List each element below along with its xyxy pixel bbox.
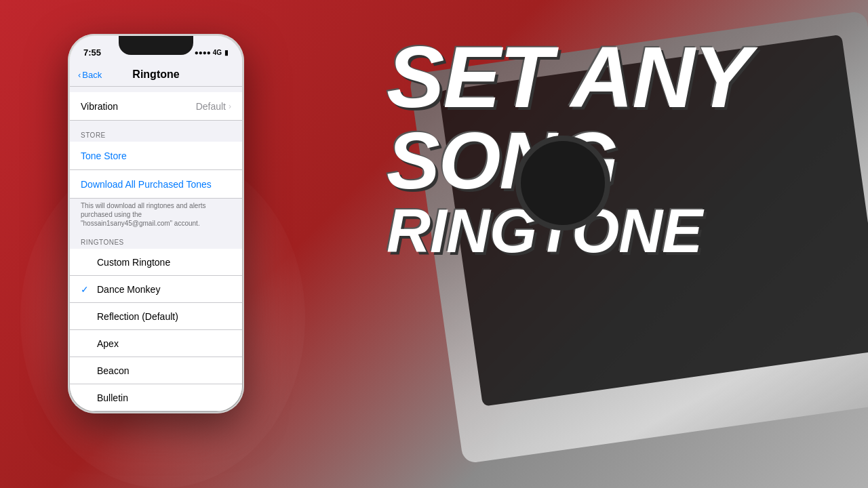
circle-decoration xyxy=(515,136,610,230)
ringtone-row[interactable]: Beacon xyxy=(70,357,242,384)
back-chevron-icon: ‹ xyxy=(78,70,81,80)
ringtone-check-icon: ✓ xyxy=(81,284,94,295)
ringtone-list: Custom Ringtone✓Dance MonkeyReflection (… xyxy=(70,249,242,411)
back-label: Back xyxy=(82,70,102,80)
vibration-label: Vibration xyxy=(81,101,196,112)
ringtone-row[interactable]: Bulletin xyxy=(70,384,242,411)
ringtone-row[interactable]: Custom Ringtone xyxy=(70,249,242,276)
phone-notch xyxy=(119,36,193,55)
signal-icon: ●●●● 4G xyxy=(195,49,222,56)
phone-screen: 7:55 ●●●● 4G ▮ ‹ Back Ringtone Vibration… xyxy=(70,36,242,411)
download-tones-label: Download All Purchased Tones xyxy=(81,179,212,190)
ringtone-row[interactable]: ✓Dance Monkey xyxy=(70,276,242,303)
store-section-header: STORE xyxy=(70,126,242,142)
status-icons: ●●●● 4G ▮ xyxy=(195,49,229,56)
ringtone-name: Bulletin xyxy=(97,392,231,403)
vibration-row[interactable]: Vibration Default › xyxy=(70,92,242,121)
overlay-text: SET ANY SONG RINGTONE xyxy=(359,20,848,275)
vibration-chevron-icon: › xyxy=(229,102,231,111)
ringtone-name: Dance Monkey xyxy=(97,284,231,295)
ringtones-section-header: RINGTONES xyxy=(70,233,242,249)
ringtone-row[interactable]: Reflection (Default) xyxy=(70,303,242,330)
ringtone-name: Apex xyxy=(97,338,231,349)
page-title: Ringtone xyxy=(132,68,179,81)
ringtone-name: Beacon xyxy=(97,365,231,376)
download-tones-row[interactable]: Download All Purchased Tones xyxy=(70,170,242,199)
divider-space-2 xyxy=(70,121,242,126)
store-note: This will download all ringtones and ale… xyxy=(70,199,242,233)
status-time: 7:55 xyxy=(83,47,101,58)
divider-space-1 xyxy=(70,87,242,92)
nav-bar: ‹ Back Ringtone xyxy=(70,63,242,87)
back-button[interactable]: ‹ Back xyxy=(78,70,102,80)
vibration-value: Default xyxy=(196,101,226,112)
ringtone-name: Reflection (Default) xyxy=(97,311,231,322)
tone-store-label: Tone Store xyxy=(81,150,127,161)
overlay-line-1: SET ANY xyxy=(387,34,750,121)
tone-store-row[interactable]: Tone Store xyxy=(70,142,242,170)
phone-frame: 7:55 ●●●● 4G ▮ ‹ Back Ringtone Vibration… xyxy=(68,34,244,413)
battery-icon: ▮ xyxy=(224,49,229,56)
phone-container: 7:55 ●●●● 4G ▮ ‹ Back Ringtone Vibration… xyxy=(41,14,271,474)
ringtone-name: Custom Ringtone xyxy=(97,257,231,268)
ringtone-row[interactable]: Apex xyxy=(70,330,242,357)
